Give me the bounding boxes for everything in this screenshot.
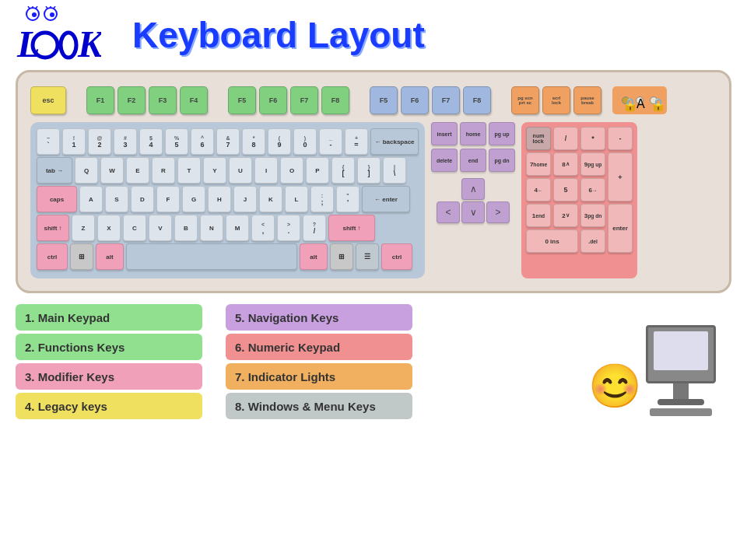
numpad-main: 7home 8∧ 9pg up 4← 5 6→ 1end 2∨ 3pg dn [526, 152, 605, 255]
logo: L K [16, 6, 101, 64]
legend-1-label: Main Keypad [38, 311, 110, 324]
legend-left: 1. Main Keypad 2. Functions Keys 3. Modi… [16, 304, 202, 419]
z-key: Z [72, 215, 95, 241]
np-3: 3pg dn [580, 204, 605, 227]
f7-key: F7 [290, 86, 318, 114]
keyboard-body: ~` !1 @2 #3 $4 %5 ^6 &7 *8 (9 )0 _- += ←… [30, 122, 717, 278]
svg-line-4 [28, 6, 30, 9]
space-key [126, 243, 297, 270]
np-star: * [580, 127, 605, 150]
comma-key: <, [251, 215, 275, 241]
np-row-4: 4← 5 6→ [526, 178, 605, 201]
g-key: G [182, 186, 205, 212]
keyboard-graphic [650, 408, 712, 416]
u-key: U [229, 157, 252, 184]
n-key: N [200, 215, 223, 241]
key-2: @2 [88, 128, 111, 155]
period-key: >. [277, 215, 300, 241]
special-keys: pg scnprt sc scrllock pausebreak [511, 86, 601, 114]
numpad-right: + enter [608, 152, 633, 255]
svg-point-2 [32, 12, 37, 17]
legend-7-label: Indicator Lights [248, 370, 336, 383]
np-slash: / [553, 127, 578, 150]
header: L K Keyboard Layout [0, 0, 747, 70]
pgdn-key: pg dn [489, 149, 515, 172]
np-8: 8∧ [553, 152, 578, 176]
svg-point-3 [50, 12, 54, 17]
prtsc-key: pg scnprt sc [511, 86, 539, 114]
f8-key: F8 [321, 86, 349, 114]
right-arrow-key: > [486, 201, 510, 223]
equals-key: += [345, 128, 368, 155]
numpad-top-row: numlock / * - [526, 127, 633, 150]
j-key: J [233, 186, 257, 212]
quote-key: "' [336, 186, 359, 212]
pause-key: pausebreak [573, 86, 601, 114]
home-key: home [460, 122, 486, 145]
f1-key: F1 [86, 86, 114, 114]
pgup-key: pg up [489, 122, 515, 145]
arrow-keys: ∧ < ∨ > [431, 178, 515, 223]
legend-7-num: 7. [235, 370, 245, 383]
legend-8-label: Windows & Menu Keys [248, 400, 376, 413]
key-8: *8 [242, 128, 265, 155]
legend-fn-keys: 2. Functions Keys [16, 334, 202, 360]
fn-group-5-8a: F5 F6 F7 F8 [228, 86, 349, 114]
monitor-screen [654, 331, 708, 370]
legend: 1. Main Keypad 2. Functions Keys 3. Modi… [0, 296, 747, 427]
f8b-key: F8 [463, 86, 491, 114]
bracket-close-key: }] [357, 157, 381, 184]
o-key: O [280, 157, 303, 184]
legend-2-num: 2. [25, 341, 35, 354]
key-7: &7 [216, 128, 240, 155]
insert-key: insert [431, 122, 458, 145]
up-arrow-key: ∧ [461, 178, 485, 200]
x-key: X [97, 215, 121, 241]
esc-key: esc [30, 86, 66, 114]
scrllock-key: scrllock [542, 86, 570, 114]
monitor-stand [673, 383, 689, 399]
indicator-lights: 🔒 A 🔒 [612, 86, 667, 114]
legend-4-label: Legacy keys [38, 400, 107, 413]
key-4: $4 [139, 128, 163, 155]
legend-3-num: 3. [25, 370, 35, 383]
nav-top-row: insert home pg up [431, 122, 515, 145]
key-6: ^6 [191, 128, 214, 155]
k-key: K [259, 186, 282, 212]
key-3: #3 [114, 128, 137, 155]
left-alt-key: alt [96, 243, 124, 270]
tilde-key: ~` [37, 128, 60, 155]
key-1: !1 [62, 128, 86, 155]
legend-2-label: Functions Keys [38, 341, 125, 354]
semicolon-key: :; [310, 186, 334, 212]
page-title: Keyboard Layout [132, 14, 425, 56]
f2-key: F2 [117, 86, 146, 114]
monitor [646, 325, 716, 383]
main-keypad: ~` !1 @2 #3 $4 %5 ^6 &7 *8 (9 )0 _- += ←… [30, 122, 425, 278]
np-row-7: 7home 8∧ 9pg up [526, 152, 605, 176]
q-key: Q [75, 157, 98, 184]
left-win-key: ⊞ [70, 243, 93, 270]
legend-main-keypad: 1. Main Keypad [16, 304, 202, 331]
np-row-1: 1end 2∨ 3pg dn [526, 204, 605, 227]
emoji-smiley: 😊 [588, 361, 642, 411]
fn-group-5-8b: F5 F6 F7 F8 [370, 86, 491, 114]
f3-key: F3 [149, 86, 177, 114]
bracket-open-key: {[ [331, 157, 355, 184]
np-1: 1end [526, 204, 551, 227]
delete-key: delete [431, 149, 458, 172]
legend-6-num: 6. [235, 341, 245, 354]
f7b-key: F7 [432, 86, 460, 114]
end-key: end [460, 149, 486, 172]
v-key: V [149, 215, 172, 241]
np-minus: - [608, 127, 633, 150]
number-row: ~` !1 @2 #3 $4 %5 ^6 &7 *8 (9 )0 _- += ←… [37, 128, 419, 155]
f6-key: F6 [259, 86, 287, 114]
i-key: I [254, 157, 278, 184]
e-key: E [126, 157, 149, 184]
monitor-graphic [646, 325, 716, 419]
legend-nav-keys: 5. Navigation Keys [226, 304, 412, 331]
np-5: 5 [553, 178, 578, 201]
f5b-key: F5 [370, 86, 398, 114]
np-4: 4← [526, 178, 551, 201]
